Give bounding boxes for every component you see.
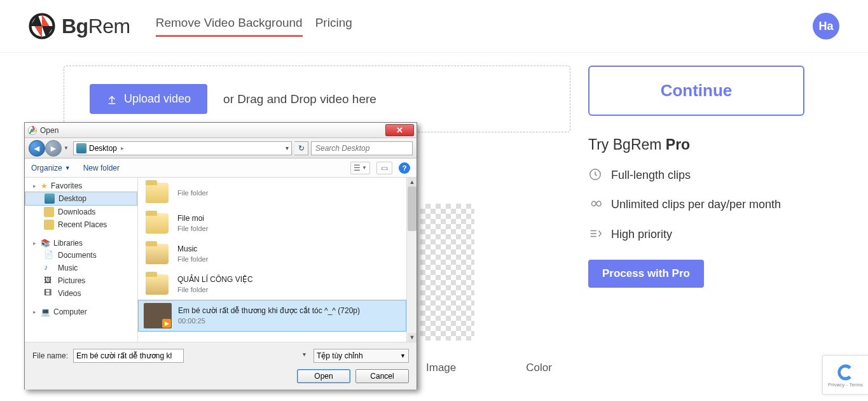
scroll-down-icon[interactable]: ▼ [408, 333, 417, 342]
scroll-up-icon[interactable]: ▲ [408, 178, 417, 186]
feature-full-length: Full-length clips [588, 167, 804, 183]
close-button[interactable]: ✕ [385, 124, 414, 136]
upload-video-button[interactable]: Upload video [90, 84, 207, 114]
logo-text: BgRem [62, 15, 130, 38]
tree-favorites[interactable]: ▸★Favorites [25, 180, 137, 192]
recaptcha-icon [836, 363, 855, 382]
folder-icon [143, 241, 171, 267]
tree-videos[interactable]: 🎞Videos [25, 287, 137, 300]
folder-icon [143, 211, 171, 236]
transparent-preview [420, 204, 474, 341]
dialog-titlebar[interactable]: Open ✕ [25, 123, 417, 138]
clock-icon [588, 167, 602, 181]
list-item[interactable]: QUẢN LÍ CÔNG VIỆCFile folder [138, 269, 406, 300]
tab-image[interactable]: Image [426, 362, 456, 374]
tree-downloads[interactable]: Downloads [25, 206, 137, 218]
dialog-title: Open [40, 126, 59, 135]
feature-label: Unlimited clips per day/per month [611, 197, 781, 212]
tree-documents[interactable]: 📄Documents [25, 249, 137, 262]
infinity-icon [588, 197, 602, 211]
drop-text: or Drag and Drop video here [223, 92, 376, 106]
scrollbar[interactable]: ▲ ▼ [406, 178, 417, 342]
recaptcha-badge[interactable]: Privacy - Terms [822, 355, 868, 395]
address-bar[interactable]: Desktop ▸ ▾ [73, 141, 292, 155]
dialog-nav: ◄ ► ▼ Desktop ▸ ▾ ↻ [25, 138, 417, 158]
nav-pricing[interactable]: Pricing [315, 16, 352, 37]
help-button[interactable]: ? [399, 162, 410, 174]
tree-pictures[interactable]: 🖼Pictures [25, 274, 137, 287]
chrome-icon [27, 125, 38, 136]
list-item[interactable]: File folder [138, 178, 406, 208]
file-list: File folder File moiFile folder MusicFil… [138, 178, 417, 342]
list-item[interactable]: MusicFile folder [138, 239, 406, 269]
dialog-toolbar: Organize ▼ New folder ☰▼ ▭ ? [25, 158, 417, 178]
nav: Remove Video Background Pricing [156, 16, 352, 37]
nav-tree: ▸★Favorites Desktop Downloads Recent Pla… [25, 178, 138, 342]
tree-computer[interactable]: ▸💻Computer [25, 306, 137, 318]
priority-icon [588, 227, 602, 241]
search-input[interactable] [311, 141, 413, 155]
scroll-thumb[interactable] [408, 186, 417, 231]
nav-remove[interactable]: Remove Video Background [156, 16, 303, 37]
video-icon [144, 303, 172, 328]
filetype-select[interactable]: Tệp tùy chỉnh▼ [313, 349, 409, 363]
tree-libraries[interactable]: ▸📚Libraries [25, 237, 137, 249]
preview-pane-button[interactable]: ▭ [376, 162, 392, 174]
process-pro-button[interactable]: Process with Pro [588, 260, 704, 288]
back-button[interactable]: ◄ [29, 140, 45, 157]
tree-desktop[interactable]: Desktop [25, 192, 137, 206]
list-item[interactable]: Em bé cười rất dễ thương khi được cắt tó… [138, 300, 406, 332]
continue-button[interactable]: Continue [588, 66, 804, 116]
pro-title: Try BgRem Pro [588, 136, 804, 153]
feature-unlimited: Unlimited clips per day/per month [588, 197, 804, 212]
chevron-right-icon: ▸ [120, 144, 125, 151]
tree-recent[interactable]: Recent Places [25, 218, 137, 231]
header: BgRem Remove Video Background Pricing Ha [0, 0, 868, 53]
open-button[interactable]: Open [297, 369, 350, 383]
folder-icon [143, 272, 171, 297]
filename-input[interactable] [73, 349, 184, 363]
upload-icon [106, 94, 118, 105]
history-dropdown[interactable]: ▼ [62, 140, 71, 157]
view-menu[interactable]: ☰▼ [350, 162, 370, 174]
list-item[interactable]: File moiFile folder [138, 208, 406, 239]
aperture-icon [29, 13, 55, 39]
tab-color[interactable]: Color [526, 362, 552, 374]
avatar[interactable]: Ha [813, 13, 839, 39]
filename-label: File name: [32, 351, 68, 360]
cancel-button[interactable]: Cancel [355, 369, 409, 383]
new-folder-button[interactable]: New folder [83, 164, 120, 172]
logo[interactable]: BgRem [29, 13, 130, 39]
feature-priority: High priority [588, 227, 804, 242]
refresh-button[interactable]: ↻ [294, 141, 308, 155]
desktop-icon [76, 143, 86, 153]
folder-icon [143, 180, 171, 206]
feature-label: High priority [611, 227, 672, 242]
organize-menu[interactable]: Organize ▼ [31, 164, 71, 172]
upload-label: Upload video [124, 92, 191, 106]
dialog-footer: File name: Tệp tùy chỉnh▼ Open Cancel [25, 342, 417, 390]
crumb-desktop: Desktop [89, 144, 117, 153]
feature-label: Full-length clips [611, 167, 691, 183]
file-open-dialog: Open ✕ ◄ ► ▼ Desktop ▸ ▾ ↻ Organize ▼ Ne… [24, 122, 417, 390]
tree-music[interactable]: ♪Music [25, 262, 137, 274]
forward-button[interactable]: ► [45, 140, 62, 157]
